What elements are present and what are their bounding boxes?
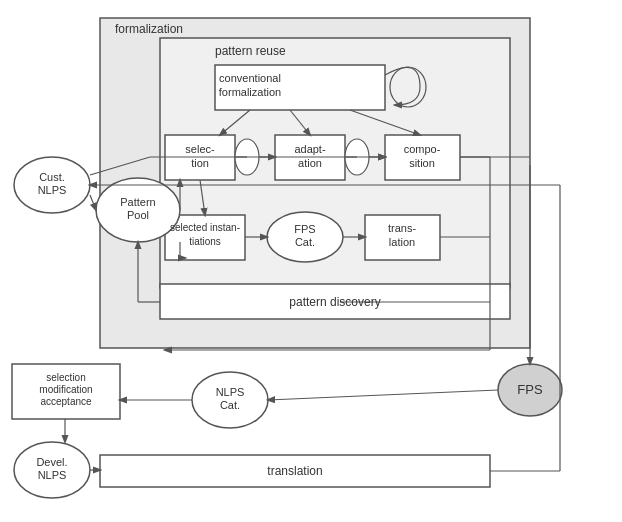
diagram-container: formalization pattern reuse conventional… — [0, 0, 622, 522]
pattern-discovery-label: pattern discovery — [289, 295, 380, 309]
selection-mod-label: selection — [46, 372, 85, 383]
cust-nlps-label2: NLPS — [38, 184, 67, 196]
conventional-formalization-label: conventional — [219, 72, 281, 84]
diagram-svg: formalization pattern reuse conventional… — [0, 0, 622, 522]
translation-outer-label: translation — [267, 464, 322, 478]
svg-line-24 — [268, 390, 498, 400]
selection-mod-label3: acceptance — [40, 396, 92, 407]
pattern-pool-label2: Pool — [127, 209, 149, 221]
nlps-cat-label: NLPS — [216, 386, 245, 398]
cust-nlps-label: Cust. — [39, 171, 65, 183]
conventional-formalization-label2: formalization — [219, 86, 281, 98]
svg-line-20 — [90, 195, 96, 210]
composition-label2: sition — [409, 157, 435, 169]
fps-label: FPS — [517, 382, 543, 397]
adaptation-label: adapt- — [294, 143, 326, 155]
fps-cat-label: FPS — [294, 223, 315, 235]
fps-cat-label2: Cat. — [295, 236, 315, 248]
selection-label: selec- — [185, 143, 215, 155]
selection-label2: tion — [191, 157, 209, 169]
devel-nlps-label: Devel. — [36, 456, 67, 468]
pattern-reuse-label: pattern reuse — [215, 44, 286, 58]
composition-label: compo- — [404, 143, 441, 155]
pattern-pool-label: Pattern — [120, 196, 155, 208]
translation-inner-label2: lation — [389, 236, 415, 248]
translation-inner-label: trans- — [388, 222, 416, 234]
selected-inst-label2: tiations — [189, 236, 221, 247]
formalization-label: formalization — [115, 22, 183, 36]
devel-nlps-label2: NLPS — [38, 469, 67, 481]
selection-mod-label2: modification — [39, 384, 92, 395]
nlps-cat-label2: Cat. — [220, 399, 240, 411]
adaptation-label2: ation — [298, 157, 322, 169]
selected-inst-label: selected instan- — [170, 222, 240, 233]
